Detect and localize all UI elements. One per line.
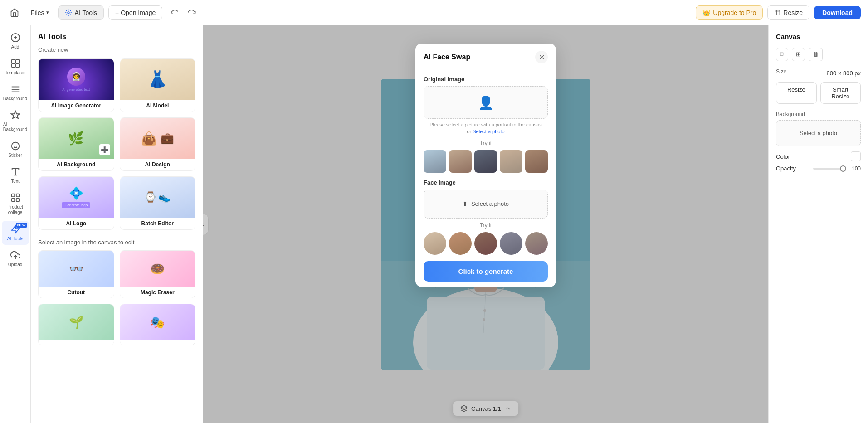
- ai-tools-label: AI Tools: [75, 9, 98, 16]
- sub-tool-magic-eraser[interactable]: 🍩 Magic Eraser: [120, 250, 196, 298]
- canvas-copy-button[interactable]: ⧉: [776, 48, 788, 61]
- sub-tool-more1[interactable]: 🌱: [38, 304, 114, 345]
- hint-text: Please select a picture with a portrait …: [429, 122, 542, 127]
- background-select-photo-button[interactable]: Select a photo: [776, 120, 861, 146]
- color-label: Color: [776, 153, 790, 160]
- tool-thumb-batch-editor: ⌚ 👟: [120, 177, 195, 218]
- resize-buttons: Resize Smart Resize: [776, 82, 861, 104]
- sub-tool-label-magic-eraser: Magic Eraser: [120, 287, 195, 298]
- right-panel-title: Canvas: [776, 33, 861, 40]
- ai-tools-nav-button[interactable]: AI Tools: [58, 5, 104, 20]
- sub-tool-label-more1: [39, 340, 114, 345]
- face-try-thumb-3[interactable]: [474, 232, 497, 255]
- face-try-thumb-2[interactable]: [449, 232, 472, 255]
- upgrade-button[interactable]: 👑 Upgrade to Pro: [696, 5, 763, 20]
- tool-card-ai-logo[interactable]: 💠 Generate logo AI Logo: [38, 176, 114, 230]
- sidebar-item-ai-background[interactable]: AI Background: [2, 107, 29, 136]
- sub-tool-label-cutout: Cutout: [39, 287, 114, 298]
- face-try-thumb-1[interactable]: [424, 232, 446, 255]
- files-chevron-icon: ▾: [46, 10, 49, 15]
- face-try-grid: [424, 232, 548, 255]
- tool-card-label-ai-background: AI Background: [39, 159, 114, 170]
- select-photo-label: Select a photo: [800, 130, 837, 136]
- sub-tools-grid: 👓 Cutout 🍩 Magic Eraser 🌱 🎭: [38, 250, 195, 345]
- face-try-thumb-5[interactable]: [525, 232, 548, 255]
- sub-tool-label-more2: [120, 340, 195, 345]
- canvas-area: ‹: [203, 25, 768, 423]
- tool-card-label-ai-image-generator: AI Image Generator: [39, 100, 114, 112]
- try-it-thumb-1[interactable]: [424, 150, 446, 173]
- redo-button[interactable]: [185, 5, 200, 20]
- icon-sidebar: Add Templates Background AI Background S…: [0, 25, 31, 423]
- hint-or: or: [467, 129, 473, 134]
- tool-thumb-ai-model: 👗: [120, 59, 195, 100]
- tool-card-batch-editor[interactable]: ⌚ 👟 Batch Editor: [120, 176, 196, 230]
- open-image-label: + Open Image: [115, 9, 156, 16]
- resize-button[interactable]: Resize: [767, 5, 809, 20]
- topbar: Files ▾ AI Tools + Open Image 👑 Upgrade …: [0, 0, 868, 25]
- background-section: Background Select a photo Color Opacity …: [776, 111, 861, 172]
- tool-card-label-ai-design: AI Design: [120, 159, 195, 170]
- tool-thumb-ai-background: 🌿 ➕: [39, 118, 114, 159]
- tool-card-label-ai-logo: AI Logo: [39, 218, 114, 229]
- sidebar-item-upload[interactable]: Upload: [2, 247, 29, 271]
- sidebar-item-ai-tools[interactable]: NEW AI Tools: [2, 221, 29, 245]
- tool-thumb-ai-logo: 💠 Generate logo: [39, 177, 114, 218]
- svg-rect-6: [15, 60, 19, 63]
- try-it-thumb-4[interactable]: [500, 150, 522, 173]
- download-button[interactable]: Download: [814, 6, 861, 19]
- try-it-thumb-3[interactable]: [474, 150, 497, 173]
- sidebar-item-text[interactable]: Text: [2, 163, 29, 187]
- face-try-thumb-4[interactable]: [500, 232, 522, 255]
- files-menu[interactable]: Files ▾: [26, 6, 54, 19]
- tool-card-ai-background[interactable]: 🌿 ➕ AI Background: [38, 117, 114, 171]
- tool-card-ai-design[interactable]: 👜 💼 AI Design: [120, 117, 196, 171]
- sidebar-item-product-collage[interactable]: Product collage: [2, 189, 29, 219]
- upgrade-label: Upgrade to Pro: [713, 9, 756, 16]
- tool-card-ai-image-generator[interactable]: 🧑‍🚀 AI generated text AI Image Generator: [38, 58, 114, 112]
- resize-label: Resize: [783, 9, 803, 16]
- sub-tool-cutout[interactable]: 👓 Cutout: [38, 250, 114, 298]
- sidebar-item-background[interactable]: Background: [2, 81, 29, 105]
- try-it-thumb-2[interactable]: [449, 150, 472, 173]
- sub-tool-more2[interactable]: 🎭: [120, 304, 196, 345]
- generate-button[interactable]: Click to generate: [424, 261, 548, 282]
- opacity-thumb[interactable]: [840, 165, 846, 172]
- ai-face-swap-modal: AI Face Swap ✕ Original Image 👤 Please s…: [415, 44, 556, 287]
- try-it-thumb-5[interactable]: [525, 150, 548, 173]
- sidebar-item-sticker[interactable]: Sticker: [2, 137, 29, 161]
- canvas-paste-button[interactable]: ⊞: [792, 48, 805, 61]
- create-new-label: Create new: [38, 46, 195, 53]
- sidebar-item-text-label: Text: [11, 179, 19, 184]
- size-label: Size: [776, 68, 786, 75]
- size-value: 800 × 800 px: [826, 70, 861, 77]
- face-try-it-label: Try it: [424, 222, 548, 229]
- svg-rect-5: [11, 60, 15, 63]
- undo-button[interactable]: [167, 5, 181, 20]
- opacity-slider[interactable]: [813, 168, 847, 170]
- tool-card-ai-model[interactable]: 👗 AI Model: [120, 58, 196, 112]
- modal-header: AI Face Swap ✕: [415, 44, 556, 69]
- face-image-upload[interactable]: ⬆ Select a photo: [424, 190, 548, 219]
- color-row: Color: [776, 151, 861, 161]
- smart-resize-option-button[interactable]: Smart Resize: [820, 82, 861, 104]
- original-image-upload[interactable]: 👤: [424, 86, 548, 119]
- modal-close-button[interactable]: ✕: [535, 51, 548, 63]
- canvas-delete-button[interactable]: 🗑: [809, 48, 823, 61]
- sidebar-item-templates[interactable]: Templates: [2, 55, 29, 79]
- sidebar-item-add[interactable]: Add: [2, 29, 29, 53]
- open-image-button[interactable]: + Open Image: [108, 5, 162, 20]
- color-swatch[interactable]: [851, 151, 861, 161]
- sidebar-item-ai-background-label: AI Background: [3, 122, 27, 132]
- home-button[interactable]: [7, 5, 22, 20]
- person-icon: 👤: [478, 95, 494, 110]
- undo-redo-actions: [167, 5, 200, 20]
- svg-rect-19: [11, 199, 14, 201]
- sidebar-item-product-collage-label: Product collage: [4, 204, 27, 215]
- resize-option-button[interactable]: Resize: [776, 82, 817, 104]
- sub-tool-thumb-magic-eraser: 🍩: [120, 251, 195, 287]
- face-image-label: Face image: [424, 179, 548, 186]
- select-photo-link[interactable]: Select a photo: [473, 129, 504, 134]
- sidebar-item-templates-label: Templates: [5, 70, 26, 75]
- tool-thumb-ai-image-generator: 🧑‍🚀 AI generated text: [39, 59, 114, 100]
